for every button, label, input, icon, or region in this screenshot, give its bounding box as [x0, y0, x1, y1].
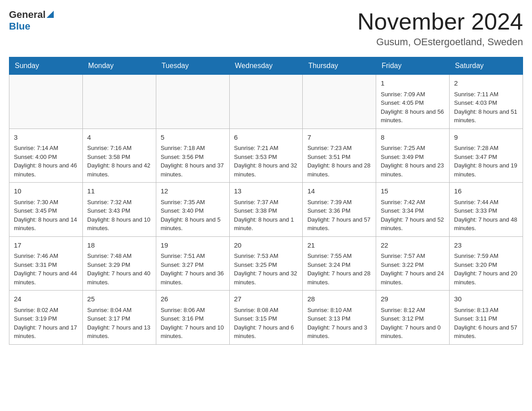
- day-info: Sunrise: 8:04 AMSunset: 3:17 PMDaylight:…: [87, 306, 151, 341]
- calendar-cell: 12Sunrise: 7:35 AMSunset: 3:40 PMDayligh…: [156, 183, 229, 237]
- calendar-cell: [82, 75, 156, 129]
- calendar-cell: 26Sunrise: 8:06 AMSunset: 3:16 PMDayligh…: [156, 291, 229, 345]
- svg-marker-0: [47, 11, 54, 18]
- day-info: Sunrise: 8:12 AMSunset: 3:12 PMDaylight:…: [381, 306, 445, 341]
- calendar-cell: 18Sunrise: 7:48 AMSunset: 3:29 PMDayligh…: [82, 236, 156, 291]
- logo: General Blue: [9, 9, 54, 32]
- day-number: 20: [234, 240, 298, 251]
- day-number: 16: [454, 186, 518, 197]
- day-number: 18: [87, 240, 151, 251]
- week-row-2: 3Sunrise: 7:14 AMSunset: 4:00 PMDaylight…: [9, 128, 523, 183]
- day-number: 8: [381, 133, 445, 143]
- calendar-cell: 13Sunrise: 7:37 AMSunset: 3:38 PMDayligh…: [229, 183, 303, 237]
- day-number: 6: [234, 133, 298, 143]
- day-number: 11: [87, 186, 151, 197]
- day-info: Sunrise: 8:06 AMSunset: 3:16 PMDaylight:…: [161, 306, 225, 341]
- day-number: 26: [161, 294, 225, 304]
- calendar-cell: 22Sunrise: 7:57 AMSunset: 3:22 PMDayligh…: [376, 236, 450, 291]
- day-info: Sunrise: 7:18 AMSunset: 3:56 PMDaylight:…: [161, 144, 225, 179]
- calendar-cell: 5Sunrise: 7:18 AMSunset: 3:56 PMDaylight…: [156, 128, 229, 183]
- day-info: Sunrise: 7:35 AMSunset: 3:40 PMDaylight:…: [161, 198, 225, 233]
- week-row-3: 10Sunrise: 7:30 AMSunset: 3:45 PMDayligh…: [9, 183, 523, 237]
- calendar-cell: 6Sunrise: 7:21 AMSunset: 3:53 PMDaylight…: [229, 128, 303, 183]
- day-info: Sunrise: 7:23 AMSunset: 3:51 PMDaylight:…: [307, 144, 371, 179]
- day-number: 24: [14, 294, 78, 304]
- day-info: Sunrise: 7:53 AMSunset: 3:25 PMDaylight:…: [234, 252, 298, 287]
- calendar-cell: 23Sunrise: 7:59 AMSunset: 3:20 PMDayligh…: [450, 236, 523, 291]
- logo-blue-text: Blue: [9, 21, 30, 32]
- day-info: Sunrise: 8:02 AMSunset: 3:19 PMDaylight:…: [14, 306, 78, 341]
- header-saturday: Saturday: [450, 57, 523, 75]
- day-number: 29: [381, 294, 445, 304]
- logo-general-text: General: [9, 9, 46, 21]
- day-number: 15: [381, 186, 445, 197]
- calendar-cell: 2Sunrise: 7:11 AMSunset: 4:03 PMDaylight…: [450, 75, 523, 129]
- calendar-cell: 28Sunrise: 8:10 AMSunset: 3:13 PMDayligh…: [303, 291, 376, 345]
- day-info: Sunrise: 7:21 AMSunset: 3:53 PMDaylight:…: [234, 144, 298, 179]
- calendar-cell: 7Sunrise: 7:23 AMSunset: 3:51 PMDaylight…: [303, 128, 376, 183]
- day-info: Sunrise: 7:37 AMSunset: 3:38 PMDaylight:…: [234, 198, 298, 233]
- calendar-cell: 24Sunrise: 8:02 AMSunset: 3:19 PMDayligh…: [9, 291, 83, 345]
- day-number: 13: [234, 186, 298, 197]
- day-info: Sunrise: 7:11 AMSunset: 4:03 PMDaylight:…: [454, 90, 518, 125]
- day-info: Sunrise: 7:25 AMSunset: 3:49 PMDaylight:…: [381, 144, 445, 179]
- calendar-subtitle: Gusum, OEstergoetland, Sweden: [357, 36, 523, 48]
- day-number: 7: [307, 133, 371, 143]
- day-info: Sunrise: 7:48 AMSunset: 3:29 PMDaylight:…: [87, 252, 151, 287]
- day-info: Sunrise: 7:16 AMSunset: 3:58 PMDaylight:…: [87, 144, 151, 179]
- day-info: Sunrise: 7:55 AMSunset: 3:24 PMDaylight:…: [307, 252, 371, 287]
- calendar-cell: 25Sunrise: 8:04 AMSunset: 3:17 PMDayligh…: [82, 291, 156, 345]
- calendar-cell: 11Sunrise: 7:32 AMSunset: 3:43 PMDayligh…: [82, 183, 156, 237]
- calendar-cell: 17Sunrise: 7:46 AMSunset: 3:31 PMDayligh…: [9, 236, 83, 291]
- day-number: 25: [87, 294, 151, 304]
- day-info: Sunrise: 7:30 AMSunset: 3:45 PMDaylight:…: [14, 198, 78, 233]
- calendar-cell: 4Sunrise: 7:16 AMSunset: 3:58 PMDaylight…: [82, 128, 156, 183]
- day-number: 5: [161, 133, 225, 143]
- day-number: 10: [14, 186, 78, 197]
- day-info: Sunrise: 7:14 AMSunset: 4:00 PMDaylight:…: [14, 144, 78, 179]
- day-number: 21: [307, 240, 371, 251]
- day-number: 27: [234, 294, 298, 304]
- calendar-cell: 19Sunrise: 7:51 AMSunset: 3:27 PMDayligh…: [156, 236, 229, 291]
- page-header: General Blue November 2024 Gusum, OEster…: [9, 9, 523, 48]
- day-info: Sunrise: 7:39 AMSunset: 3:36 PMDaylight:…: [307, 198, 371, 233]
- day-info: Sunrise: 7:57 AMSunset: 3:22 PMDaylight:…: [381, 252, 445, 287]
- calendar-cell: [229, 75, 303, 129]
- day-number: 1: [381, 78, 445, 89]
- day-number: 4: [87, 133, 151, 143]
- calendar-cell: 8Sunrise: 7:25 AMSunset: 3:49 PMDaylight…: [376, 128, 450, 183]
- calendar-title: November 2024: [357, 9, 523, 34]
- header-thursday: Thursday: [303, 57, 376, 75]
- day-number: 19: [161, 240, 225, 251]
- calendar-cell: 15Sunrise: 7:42 AMSunset: 3:34 PMDayligh…: [376, 183, 450, 237]
- day-info: Sunrise: 7:42 AMSunset: 3:34 PMDaylight:…: [381, 198, 445, 233]
- header-wednesday: Wednesday: [229, 57, 303, 75]
- calendar-cell: 3Sunrise: 7:14 AMSunset: 4:00 PMDaylight…: [9, 128, 83, 183]
- calendar-cell: [9, 75, 83, 129]
- calendar-header-row: Sunday Monday Tuesday Wednesday Thursday…: [9, 57, 523, 75]
- calendar-cell: 27Sunrise: 8:08 AMSunset: 3:15 PMDayligh…: [229, 291, 303, 345]
- day-number: 17: [14, 240, 78, 251]
- calendar-table: Sunday Monday Tuesday Wednesday Thursday…: [9, 57, 523, 345]
- week-row-1: 1Sunrise: 7:09 AMSunset: 4:05 PMDaylight…: [9, 75, 523, 129]
- day-number: 30: [454, 294, 518, 304]
- day-info: Sunrise: 8:10 AMSunset: 3:13 PMDaylight:…: [307, 306, 371, 341]
- week-row-4: 17Sunrise: 7:46 AMSunset: 3:31 PMDayligh…: [9, 236, 523, 291]
- calendar-cell: 20Sunrise: 7:53 AMSunset: 3:25 PMDayligh…: [229, 236, 303, 291]
- header-sunday: Sunday: [9, 57, 83, 75]
- calendar-cell: 21Sunrise: 7:55 AMSunset: 3:24 PMDayligh…: [303, 236, 376, 291]
- day-number: 14: [307, 186, 371, 197]
- calendar-cell: [303, 75, 376, 129]
- calendar-cell: [156, 75, 229, 129]
- day-info: Sunrise: 7:51 AMSunset: 3:27 PMDaylight:…: [161, 252, 225, 287]
- calendar-cell: 16Sunrise: 7:44 AMSunset: 3:33 PMDayligh…: [450, 183, 523, 237]
- calendar-cell: 1Sunrise: 7:09 AMSunset: 4:05 PMDaylight…: [376, 75, 450, 129]
- day-info: Sunrise: 7:44 AMSunset: 3:33 PMDaylight:…: [454, 198, 518, 233]
- day-number: 28: [307, 294, 371, 304]
- calendar-cell: 14Sunrise: 7:39 AMSunset: 3:36 PMDayligh…: [303, 183, 376, 237]
- week-row-5: 24Sunrise: 8:02 AMSunset: 3:19 PMDayligh…: [9, 291, 523, 345]
- calendar-cell: 29Sunrise: 8:12 AMSunset: 3:12 PMDayligh…: [376, 291, 450, 345]
- day-number: 3: [14, 133, 78, 143]
- calendar-cell: 10Sunrise: 7:30 AMSunset: 3:45 PMDayligh…: [9, 183, 83, 237]
- day-info: Sunrise: 8:08 AMSunset: 3:15 PMDaylight:…: [234, 306, 298, 341]
